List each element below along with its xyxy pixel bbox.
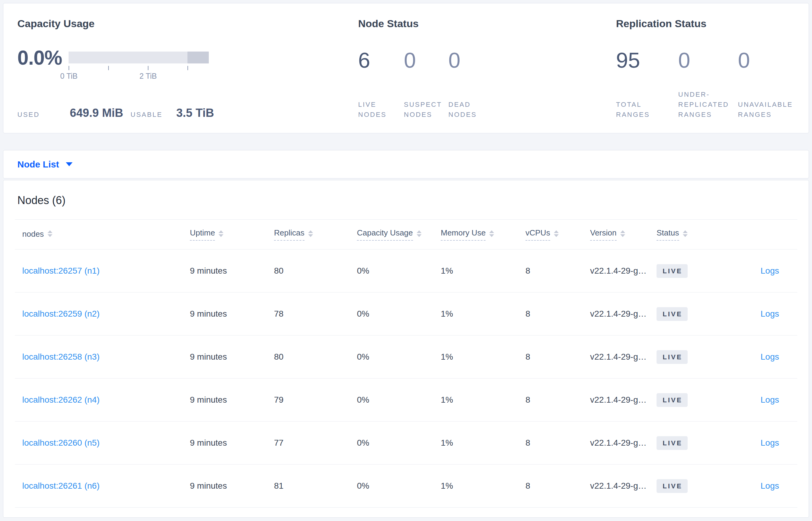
cluster-overview-page: Capacity Usage 0.0% 0 TiB 2 TiB USED 6: [0, 0, 812, 521]
capacity-gauge-bar: [69, 51, 209, 64]
nodes-table: nodes Uptime Replicas Capacity Usage Mem…: [15, 219, 797, 507]
table-header-row: nodes Uptime Replicas Capacity Usage Mem…: [15, 220, 797, 250]
logs-link[interactable]: Logs: [761, 352, 779, 361]
replicas-cell: 78: [274, 309, 357, 319]
total-ranges-count: 95: [616, 49, 678, 71]
capacity-cell: 0%: [357, 266, 441, 276]
uptime-cell: 9 minutes: [190, 352, 274, 362]
chevron-down-icon: [66, 162, 73, 166]
usable-label: USABLE: [130, 111, 176, 119]
status-badge: LIVE: [656, 350, 688, 364]
uptime-cell: 9 minutes: [190, 438, 274, 448]
suspect-nodes-label: SUSPECT NODES: [404, 99, 448, 119]
uptime-cell: 9 minutes: [190, 395, 274, 405]
replication-labels: TOTAL RANGES UNDER- REPLICATED RANGES UN…: [616, 89, 809, 119]
node-link[interactable]: localhost:26262 (n4): [22, 395, 100, 405]
sort-icon: [48, 230, 52, 237]
cluster-summary-card: Capacity Usage 0.0% 0 TiB 2 TiB USED 6: [3, 3, 809, 133]
capacity-cell: 0%: [357, 481, 441, 491]
live-nodes-label: LIVE NODES: [358, 99, 404, 119]
node-status-title: Node Status: [358, 17, 616, 30]
under-replicated-ranges-label: UNDER- REPLICATED RANGES: [678, 89, 738, 119]
memory-cell: 1%: [441, 309, 525, 319]
total-ranges-label: TOTAL RANGES: [616, 99, 678, 119]
table-row: localhost:26261 (n6) 9 minutes 81 0% 1% …: [15, 465, 797, 507]
column-header-capacity-usage[interactable]: Capacity Usage: [357, 228, 441, 241]
table-row: localhost:26257 (n1) 9 minutes 80 0% 1% …: [15, 250, 797, 293]
sort-icon: [218, 230, 223, 237]
gauge-tick-label: 2 TiB: [130, 72, 166, 81]
column-header-memory-use[interactable]: Memory Use: [441, 228, 525, 241]
uptime-cell: 9 minutes: [190, 309, 274, 319]
column-header-nodes[interactable]: nodes: [15, 229, 190, 240]
capacity-stats-row: USED 649.9 MiB USABLE 3.5 TiB: [17, 107, 358, 119]
memory-cell: 1%: [441, 352, 525, 362]
replicas-cell: 81: [274, 481, 357, 491]
uptime-cell: 9 minutes: [190, 266, 274, 276]
status-badge: LIVE: [656, 393, 688, 407]
column-header-replicas[interactable]: Replicas: [274, 228, 357, 241]
vcpus-cell: 8: [525, 266, 590, 276]
capacity-percent: 0.0%: [17, 48, 69, 68]
sort-icon: [308, 230, 313, 237]
memory-cell: 1%: [441, 481, 525, 491]
node-link[interactable]: localhost:26260 (n5): [22, 438, 100, 448]
suspect-nodes-count: 0: [404, 49, 448, 71]
vcpus-cell: 8: [525, 352, 590, 362]
version-cell: v22.1.4-29-g…: [590, 309, 656, 319]
vcpus-cell: 8: [525, 481, 590, 491]
capacity-cell: 0%: [357, 395, 441, 405]
usable-value: 3.5 TiB: [176, 107, 214, 119]
memory-cell: 1%: [441, 266, 525, 276]
node-link[interactable]: localhost:26258 (n3): [22, 352, 100, 361]
sort-icon: [417, 230, 422, 237]
gauge-tick-label: 0 TiB: [51, 72, 87, 81]
view-selector-bar: Node List: [3, 150, 809, 178]
version-cell: v22.1.4-29-g…: [590, 395, 656, 405]
capacity-cell: 0%: [357, 352, 441, 362]
unavailable-ranges-count: 0: [738, 49, 809, 71]
logs-link[interactable]: Logs: [761, 309, 779, 318]
used-value: 649.9 MiB: [70, 107, 123, 119]
node-list-dropdown[interactable]: Node List: [17, 159, 73, 169]
logs-link[interactable]: Logs: [761, 481, 779, 491]
capacity-usage-panel: Capacity Usage 0.0% 0 TiB 2 TiB USED 6: [17, 17, 358, 119]
logs-link[interactable]: Logs: [761, 395, 779, 405]
node-status-labels: LIVE NODES SUSPECT NODES DEAD NODES: [358, 99, 616, 119]
node-link[interactable]: localhost:26259 (n2): [22, 309, 100, 318]
capacity-cell: 0%: [357, 438, 441, 448]
capacity-gauge-dark-segment: [188, 51, 209, 64]
sort-icon: [683, 230, 688, 237]
replicas-cell: 77: [274, 438, 357, 448]
column-header-uptime[interactable]: Uptime: [190, 228, 274, 241]
unavailable-ranges-label: UNAVAILABLE RANGES: [738, 99, 809, 119]
status-badge: LIVE: [656, 436, 688, 450]
column-header-status[interactable]: Status: [656, 228, 727, 241]
replication-status-panel: Replication Status 95 0 0 TOTAL RANGES U…: [616, 17, 809, 119]
column-header-version[interactable]: Version: [590, 228, 656, 241]
node-status-panel: Node Status 6 0 0 LIVE NODES SUSPECT NOD…: [358, 17, 616, 119]
vcpus-cell: 8: [525, 395, 590, 405]
node-list-dropdown-label: Node List: [17, 159, 59, 169]
node-link[interactable]: localhost:26257 (n1): [22, 266, 100, 275]
status-badge: LIVE: [656, 479, 688, 493]
uptime-cell: 9 minutes: [190, 481, 274, 491]
table-row: localhost:26259 (n2) 9 minutes 78 0% 1% …: [15, 293, 797, 336]
nodes-table-card: Nodes (6) nodes Uptime Replicas Capacity…: [3, 180, 809, 518]
replicas-cell: 80: [274, 352, 357, 362]
logs-link[interactable]: Logs: [761, 438, 779, 448]
replicas-cell: 79: [274, 395, 357, 405]
sort-icon: [554, 230, 559, 237]
node-link[interactable]: localhost:26261 (n6): [22, 481, 100, 491]
table-row: localhost:26260 (n5) 9 minutes 77 0% 1% …: [15, 422, 797, 465]
column-header-vcpus[interactable]: vCPUs: [525, 228, 590, 241]
status-badge: LIVE: [656, 264, 688, 278]
table-row: localhost:26262 (n4) 9 minutes 79 0% 1% …: [15, 379, 797, 422]
capacity-cell: 0%: [357, 309, 441, 319]
logs-link[interactable]: Logs: [761, 266, 779, 275]
replicas-cell: 80: [274, 266, 357, 276]
dead-nodes-count: 0: [448, 49, 616, 71]
version-cell: v22.1.4-29-g…: [590, 481, 656, 491]
memory-cell: 1%: [441, 395, 525, 405]
sort-icon: [620, 230, 625, 237]
